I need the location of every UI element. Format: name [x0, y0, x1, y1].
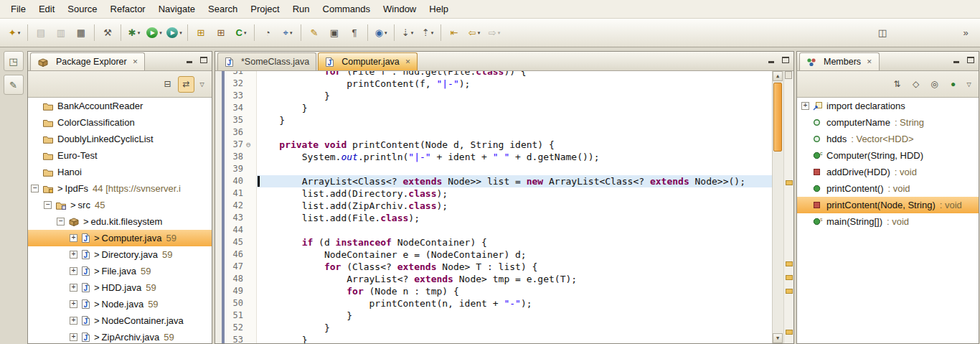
- occurrence-marker[interactable]: [786, 275, 793, 280]
- members-tab[interactable]: Members ✕: [799, 52, 880, 70]
- code-line[interactable]: NodeContainer e = (NodeContainer) d;: [257, 248, 772, 261]
- maximize-button[interactable]: [780, 55, 791, 65]
- tree-expander-icon[interactable]: −: [57, 218, 65, 226]
- tree-item[interactable]: +J>File.java59: [28, 263, 212, 279]
- menu-project[interactable]: Project: [244, 1, 286, 17]
- last-edit-location-button[interactable]: ⇤: [444, 24, 464, 42]
- tree-expander-icon[interactable]: +: [70, 267, 77, 275]
- fast-view-button[interactable]: ◳: [4, 51, 24, 71]
- tree-expander-icon[interactable]: +: [70, 300, 77, 308]
- package-explorer-tree[interactable]: BankAccountReaderColorClassificationDoub…: [28, 98, 212, 343]
- save-button[interactable]: ▤: [31, 24, 51, 42]
- line-number-ruler[interactable]: 3132333435363738394041424344454647484950…: [225, 71, 245, 343]
- new-java-project-button[interactable]: ⊞: [191, 24, 211, 42]
- next-annotation-button[interactable]: ⇣▾: [397, 24, 418, 42]
- open-task-button[interactable]: ◔: [258, 24, 278, 42]
- member-item[interactable]: hdds: Vector<HDD>: [797, 131, 979, 147]
- tree-item[interactable]: BankAccountReader: [28, 98, 212, 114]
- member-item[interactable]: printContent(): void: [797, 180, 979, 197]
- menu-source[interactable]: Source: [61, 1, 103, 17]
- occurrence-marker[interactable]: [786, 180, 793, 185]
- annotate-button[interactable]: ✎: [304, 24, 324, 42]
- member-item[interactable]: +import declarations: [797, 98, 979, 114]
- perspective-button[interactable]: ◫: [872, 24, 892, 42]
- hide-static-button[interactable]: ◎: [926, 76, 943, 93]
- toolbar-overflow-button[interactable]: »: [956, 24, 976, 42]
- tree-item[interactable]: −>IpdFs44 [https://svnserver.i: [28, 180, 212, 197]
- package-explorer-tab[interactable]: Package Explorer ✕: [30, 52, 145, 70]
- member-item[interactable]: addDrive(HDD): void: [797, 164, 979, 180]
- code-line[interactable]: [257, 224, 772, 236]
- new-package-button[interactable]: ⊞: [211, 24, 231, 42]
- show-whitespace-button[interactable]: ¶: [344, 24, 364, 42]
- tree-expander-icon[interactable]: −: [31, 185, 39, 192]
- link-with-editor-button[interactable]: ⇄: [178, 76, 194, 93]
- editor-tab-someclass[interactable]: J *SomeClass.java: [217, 52, 316, 70]
- tree-expander-icon[interactable]: +: [70, 333, 77, 341]
- code-line[interactable]: printContent(f, "|-");: [257, 78, 772, 90]
- scroll-up-icon[interactable]: ▲: [773, 71, 783, 81]
- code-line[interactable]: }: [257, 114, 772, 126]
- tree-item[interactable]: +J>Computer.java59: [28, 230, 212, 246]
- menu-refactor[interactable]: Refactor: [104, 1, 152, 17]
- code-editor[interactable]: for (File f : hdd.get(File.class)) { pri…: [257, 71, 772, 343]
- view-menu-button[interactable]: ▽: [197, 76, 207, 93]
- menu-run[interactable]: Run: [286, 1, 316, 17]
- tree-item[interactable]: +J>HDD.java59: [28, 279, 212, 296]
- code-line[interactable]: list.add(File.class);: [257, 212, 772, 224]
- tree-expander-icon[interactable]: +: [801, 102, 809, 110]
- collapse-all-button[interactable]: ⊟: [159, 76, 176, 93]
- tree-item[interactable]: Hanoi: [28, 164, 212, 180]
- member-item[interactable]: smain(String[]): void: [797, 213, 979, 230]
- code-line[interactable]: ArrayList<Class<? extends Node>> list = …: [257, 175, 772, 187]
- maximize-button[interactable]: [965, 55, 976, 65]
- menu-file[interactable]: File: [4, 1, 32, 17]
- view-menu-button[interactable]: ▽: [963, 76, 974, 93]
- folding-ruler[interactable]: ⊖: [245, 71, 257, 343]
- build-all-button[interactable]: ⚒: [98, 24, 118, 42]
- occurrence-marker[interactable]: [786, 261, 793, 266]
- save-all-button[interactable]: ▥: [51, 24, 71, 42]
- code-line[interactable]: }: [257, 322, 772, 334]
- code-line[interactable]: list.add(Directory.class);: [257, 187, 772, 200]
- member-item[interactable]: printContent(Node, String): void: [797, 197, 979, 213]
- fold-collapse-icon[interactable]: ⊖: [246, 140, 251, 149]
- debug-button[interactable]: ✱▾: [124, 24, 144, 42]
- print-button[interactable]: ▦: [71, 24, 91, 42]
- code-line[interactable]: [257, 126, 772, 139]
- tree-expander-icon[interactable]: +: [70, 234, 77, 242]
- code-line[interactable]: [257, 163, 772, 175]
- code-line[interactable]: printContent(n, ident + "-");: [257, 297, 772, 310]
- code-line[interactable]: }: [257, 310, 772, 322]
- menu-commands[interactable]: Commands: [316, 1, 377, 17]
- run-coverage-button[interactable]: ▶▾: [164, 24, 184, 42]
- back-button[interactable]: ⇦▾: [464, 24, 484, 42]
- hide-fields-button[interactable]: ◇: [908, 76, 924, 93]
- tree-item[interactable]: +J>NodeContainer.java: [28, 312, 212, 329]
- tree-expander-icon[interactable]: +: [70, 251, 77, 259]
- code-line[interactable]: for (Class<? extends Node> T : list) {: [257, 261, 772, 273]
- code-line[interactable]: if (d instanceof NodeContainer) {: [257, 236, 772, 248]
- menu-navigate[interactable]: Navigate: [152, 1, 202, 17]
- tree-item[interactable]: −>src45: [28, 197, 212, 213]
- members-list[interactable]: +import declarationscomputerName: String…: [797, 98, 979, 343]
- annotation-ruler[interactable]: [215, 71, 225, 343]
- sort-button[interactable]: ⇅: [889, 76, 905, 93]
- code-line[interactable]: for (File f : hdd.get(File.class)) {: [257, 71, 772, 78]
- minimize-button[interactable]: [766, 55, 778, 65]
- tree-expander-icon[interactable]: +: [70, 317, 77, 325]
- previous-annotation-button[interactable]: ⇡▾: [418, 24, 438, 42]
- code-line[interactable]: }: [257, 90, 772, 102]
- member-item[interactable]: cComputer(String, HDD): [797, 147, 979, 164]
- tree-item[interactable]: +J>Directory.java59: [28, 246, 212, 263]
- tree-item[interactable]: ColorClassification: [28, 114, 212, 131]
- tree-expander-icon[interactable]: −: [44, 201, 52, 209]
- forward-button[interactable]: ⇨▾: [484, 24, 504, 42]
- tree-item[interactable]: DoublyLinkedCyclicList: [28, 131, 212, 147]
- mark-occurrences-button[interactable]: ▣: [324, 24, 344, 42]
- close-icon[interactable]: ✕: [405, 58, 411, 65]
- tree-item[interactable]: +J>Node.java59: [28, 296, 212, 312]
- minimize-button[interactable]: [951, 55, 963, 65]
- member-item[interactable]: computerName: String: [797, 114, 979, 131]
- code-line[interactable]: list.add(ZipArchiv.class);: [257, 200, 772, 212]
